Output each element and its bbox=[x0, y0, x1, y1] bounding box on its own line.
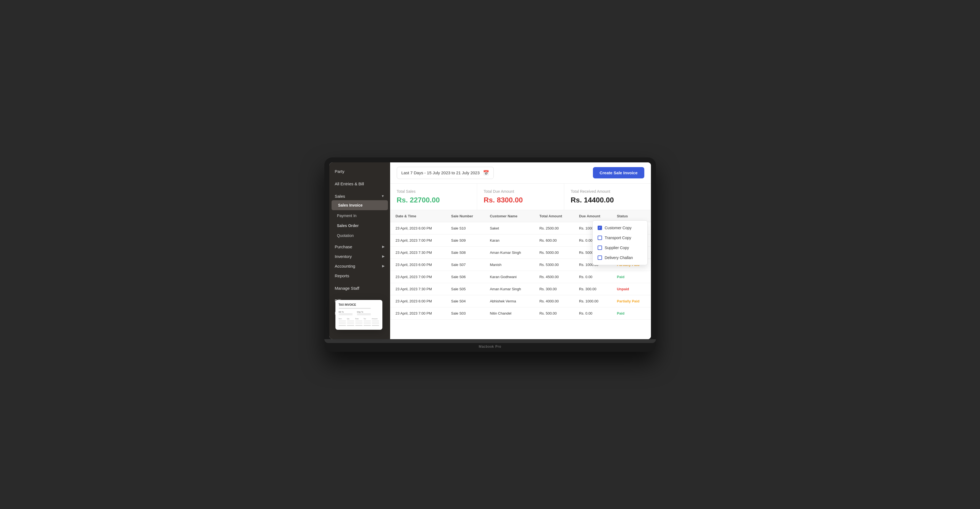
sidebar-item-sales-invoice[interactable]: Sales Invoice bbox=[331, 200, 388, 210]
cell-status-5: Unpaid bbox=[611, 283, 651, 295]
dropdown-item-label: Delivery Challan bbox=[605, 256, 633, 260]
cell-date-4: 23 April, 2023 7:00 PM bbox=[390, 270, 445, 283]
cell-status-6: Partially Paid bbox=[611, 295, 651, 307]
total-due-label: Total Due Amount bbox=[484, 189, 557, 194]
checkbox-2[interactable] bbox=[598, 245, 602, 250]
cell-total-0: Rs. 2500.00 bbox=[534, 222, 574, 234]
mini-col-rate: Rate bbox=[355, 318, 363, 320]
sidebar-section-inventory[interactable]: Inventory ▶ bbox=[329, 250, 390, 260]
sidebar-section-accounting[interactable]: Accounting ▶ bbox=[329, 260, 390, 270]
invoice-mini-row-1 bbox=[339, 320, 379, 321]
total-received-label: Total Received Amount bbox=[571, 189, 644, 194]
laptop-frame: Party All Entries & Bill Sales ▼ Sales I… bbox=[325, 157, 656, 352]
cell-sale-number-1: Sale S09 bbox=[445, 234, 484, 247]
invoice-mini-table: Item Qty Rate Tax Amount bbox=[339, 318, 379, 326]
col-sale-number: Sale Number bbox=[445, 210, 484, 222]
cell-date-0: 23 April, 2023 6:00 PM bbox=[390, 222, 445, 234]
checkmark-icon: ✓ bbox=[598, 226, 601, 229]
cell-total-4: Rs. 4500.00 bbox=[534, 270, 574, 283]
invoice-mini-header: Item Qty Rate Tax Amount bbox=[339, 318, 379, 320]
cell-date-6: 23 April, 2023 6:00 PM bbox=[390, 295, 445, 307]
sidebar-item-sales-order[interactable]: Sales Order bbox=[329, 221, 390, 231]
cell-due-6: Rs. 1000.00 bbox=[574, 295, 611, 307]
dropdown-item-label: Supplier Copy bbox=[605, 245, 629, 250]
sidebar-item-reports[interactable]: Reports bbox=[329, 270, 390, 282]
sidebar-section-sales[interactable]: Sales ▼ bbox=[329, 190, 390, 200]
cell-customer-0: Saket bbox=[484, 222, 534, 234]
ship-to-label: Ship To bbox=[357, 311, 371, 313]
date-range-button[interactable]: Last 7 Days - 15 July 2023 to 21 July 20… bbox=[397, 167, 494, 179]
cell-customer-5: Aman Kumar Singh bbox=[484, 283, 534, 295]
mini-col-item: Item bbox=[339, 318, 346, 320]
total-due-card: Total Due Amount Rs. 8300.00 bbox=[477, 184, 564, 210]
dropdown-item-delivery-challan[interactable]: Delivery Challan bbox=[593, 253, 648, 262]
cell-date-5: 23 April, 2023 7:30 PM bbox=[390, 283, 445, 295]
bill-to-label: Bill To bbox=[339, 311, 353, 313]
create-sale-invoice-button[interactable]: Create Sale Invoice bbox=[593, 167, 644, 178]
cell-total-5: Rs. 300.00 bbox=[534, 283, 574, 295]
cell-total-7: Rs. 500.00 bbox=[534, 307, 574, 319]
cell-status-4: Paid bbox=[611, 270, 651, 283]
cell-total-3: Rs. 5300.00 bbox=[534, 259, 574, 270]
invoice-preview-card: TAX INVOICE Bill To Ship To Item Qty Rat… bbox=[336, 300, 382, 330]
total-sales-value: Rs. 22700.00 bbox=[397, 196, 470, 204]
cell-sale-number-7: Sale S03 bbox=[445, 307, 484, 319]
cell-customer-6: Abhishek Verma bbox=[484, 295, 534, 307]
sidebar-item-manage-staff[interactable]: Manage Staff bbox=[329, 282, 390, 294]
table-row[interactable]: 23 April, 2023 6:00 PM Sale S04 Abhishek… bbox=[390, 295, 651, 307]
table-row[interactable]: 23 April, 2023 7:00 PM Sale S03 Nitin Ch… bbox=[390, 307, 651, 319]
total-sales-card: Total Sales Rs. 22700.00 bbox=[390, 184, 477, 210]
sidebar-section-purchase[interactable]: Purchase ▶ bbox=[329, 240, 390, 250]
cell-total-1: Rs. 600.00 bbox=[534, 234, 574, 247]
invoice-mini-row-4 bbox=[339, 325, 379, 326]
cell-customer-3: Manish bbox=[484, 259, 534, 270]
chevron-right-icon-3: ▶ bbox=[382, 264, 385, 268]
cell-due-4: Rs. 0.00 bbox=[574, 270, 611, 283]
dropdown-item-customer-copy[interactable]: ✓ Customer Copy bbox=[593, 223, 648, 233]
bill-to-line-1 bbox=[339, 313, 353, 314]
date-range-text: Last 7 Days - 15 July 2023 to 21 July 20… bbox=[401, 170, 480, 175]
table-row[interactable]: 23 April, 2023 7:00 PM Sale S06 Karan Go… bbox=[390, 270, 651, 283]
cell-sale-number-4: Sale S06 bbox=[445, 270, 484, 283]
cell-sale-number-3: Sale S07 bbox=[445, 259, 484, 270]
invoice-addresses: Bill To Ship To bbox=[339, 311, 379, 316]
cell-total-6: Rs. 4000.00 bbox=[534, 295, 574, 307]
cell-status-7: Paid bbox=[611, 307, 651, 319]
sidebar-item-payment-in[interactable]: Payment In bbox=[329, 211, 390, 221]
table-row[interactable]: 23 April, 2023 7:30 PM Sale S05 Aman Kum… bbox=[390, 283, 651, 295]
dropdown-item-supplier-copy[interactable]: Supplier Copy bbox=[593, 243, 648, 253]
total-sales-label: Total Sales bbox=[397, 189, 470, 194]
sidebar-item-party[interactable]: Party bbox=[329, 165, 390, 178]
checkbox-1[interactable] bbox=[598, 235, 602, 240]
cell-customer-1: Karan bbox=[484, 234, 534, 247]
cell-sale-number-5: Sale S05 bbox=[445, 283, 484, 295]
cell-due-5: Rs. 300.00 bbox=[574, 283, 611, 295]
stats-row: Total Sales Rs. 22700.00 Total Due Amoun… bbox=[390, 184, 651, 210]
invoice-mini-row-2 bbox=[339, 322, 379, 323]
checkbox-3[interactable] bbox=[598, 256, 602, 260]
copy-options-dropdown: ✓ Customer Copy Transport Copy Supplier … bbox=[592, 220, 648, 265]
laptop-base bbox=[325, 339, 656, 343]
ship-to-line-2 bbox=[357, 315, 371, 315]
dropdown-item-transport-copy[interactable]: Transport Copy bbox=[593, 233, 648, 243]
mini-col-tax: Tax bbox=[364, 318, 371, 320]
cell-date-3: 23 April, 2023 6:00 PM bbox=[390, 259, 445, 270]
checkbox-0[interactable]: ✓ bbox=[598, 226, 602, 230]
sidebar-item-all-entries[interactable]: All Entries & Bill bbox=[329, 178, 390, 190]
top-bar: Last 7 Days - 15 July 2023 to 21 July 20… bbox=[390, 162, 651, 184]
sidebar-item-quotation[interactable]: Quotation bbox=[329, 231, 390, 240]
cell-customer-7: Nitin Chandel bbox=[484, 307, 534, 319]
mini-col-amount: Amount bbox=[372, 318, 379, 320]
total-received-value: Rs. 14400.00 bbox=[571, 196, 644, 204]
total-due-value: Rs. 8300.00 bbox=[484, 196, 557, 204]
cell-sale-number-6: Sale S04 bbox=[445, 295, 484, 307]
chevron-down-icon: ▼ bbox=[381, 194, 385, 198]
cell-due-7: Rs. 0.00 bbox=[574, 307, 611, 319]
chevron-right-icon: ▶ bbox=[382, 245, 385, 248]
cell-customer-2: Aman Kumar Singh bbox=[484, 247, 534, 259]
ship-to-line-1 bbox=[357, 313, 371, 314]
mini-col-qty: Qty bbox=[347, 318, 354, 320]
col-date-time: Date & Time bbox=[390, 210, 445, 222]
bill-to-line-2 bbox=[339, 315, 353, 315]
invoice-line-1 bbox=[339, 308, 371, 309]
